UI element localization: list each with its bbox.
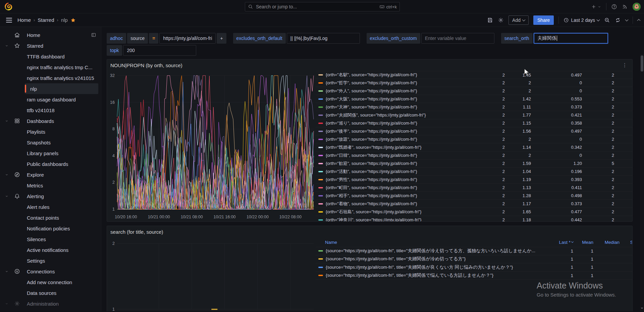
search-input[interactable] <box>256 4 379 9</box>
sidebar-item-label: Add new connection <box>27 279 72 285</box>
sidebar-item[interactable]: Metrics <box>0 180 101 191</box>
sidebar-item[interactable]: Alerting <box>0 191 101 202</box>
series-stat-2: 1.14 <box>505 145 531 150</box>
timeseries-chart[interactable]: 3216842110/20 16:0010/21 00:0010/21 08:0… <box>107 71 316 221</box>
user-avatar[interactable] <box>633 3 641 11</box>
legend-row[interactable]: {orth="活動", source="https://jmty.jp/all/… <box>316 168 632 176</box>
global-search[interactable]: ctrl+k <box>245 2 400 11</box>
dashboard-settings-icon[interactable] <box>498 17 504 23</box>
column-header-stddev[interactable]: StdDev <box>620 240 632 245</box>
legend-row[interactable]: {orth="夫婦関係", source="https://jmty.jp/al… <box>316 111 632 119</box>
panel-title[interactable]: search (for title, source) <box>110 229 163 235</box>
chevron-down-icon <box>5 119 9 123</box>
sidebar-item[interactable]: Active notifications <box>0 244 101 255</box>
sidebar-item[interactable]: nginx traffic analytics tmp C... <box>0 62 101 73</box>
scrollbar-thumb[interactable] <box>641 55 643 72</box>
legend-row[interactable]: {orth="歓迎", source="https://jmty.jp/all/… <box>316 160 632 168</box>
sidebar-item[interactable]: Public dashboards <box>0 159 101 169</box>
sidebar-item[interactable]: Explore <box>0 169 101 180</box>
help-icon[interactable] <box>611 4 617 10</box>
legend-row[interactable]: {orth="哲学", source="https://jmty.jp/all/… <box>316 79 632 87</box>
column-header-last[interactable]: Last * <box>550 240 573 245</box>
adhoc-filter-key[interactable]: source <box>127 33 148 44</box>
excludes-orth-default-input[interactable]: || ||%|.|by|Fav|Log <box>287 33 360 44</box>
sidebar-item[interactable]: Playlists <box>0 126 101 137</box>
legend-row[interactable]: {orth="大阪", source="https://jmty.jp/all/… <box>316 95 632 103</box>
refresh-interval-chevron-icon[interactable] <box>625 18 629 21</box>
share-button[interactable]: Share <box>533 15 554 25</box>
sidebar-item-label: TTFB dashboard <box>27 54 65 59</box>
main-scrollbar[interactable] <box>640 54 644 311</box>
series-color-swatch <box>318 98 323 100</box>
favorite-star-icon[interactable] <box>70 17 76 23</box>
zoom-out-icon[interactable] <box>604 17 610 23</box>
legend-row[interactable]: {orth="天神", source="https://jmty.jp/all/… <box>316 103 632 111</box>
column-header-median[interactable]: Median <box>593 240 620 245</box>
scroll-down-icon[interactable] <box>640 306 644 310</box>
legend-row[interactable]: {orth="石垣島", source="https://jmty.jp/all… <box>316 208 632 216</box>
panel-menu-icon[interactable]: ⋮ <box>621 62 629 68</box>
grafana-logo-icon[interactable] <box>4 2 13 11</box>
sidebar-item[interactable]: Data sources <box>0 287 101 298</box>
legend-row[interactable]: {orth="後半", source="https://jmty.jp/all/… <box>316 127 632 135</box>
sidebar-item[interactable]: Connections <box>0 266 101 277</box>
legend-row[interactable]: {orth="巡り", source="https://jmty.jp/all/… <box>316 119 632 127</box>
news-rss-icon[interactable] <box>622 4 628 10</box>
legend-row[interactable]: {orth="男性", source="https://jmty.jp/all/… <box>316 176 632 184</box>
sidebar-item[interactable]: Administration <box>0 298 101 309</box>
column-header-name[interactable]: Name <box>316 240 550 245</box>
table-row[interactable]: {source="https://jmty.jp/all/com-fri", t… <box>316 255 632 264</box>
breadcrumb-home[interactable]: Home <box>17 17 31 23</box>
adhoc-filter-operator[interactable]: = <box>149 33 158 44</box>
legend-row[interactable]: {orth="日韓", source="https://jmty.jp/all/… <box>316 151 632 160</box>
legend-row[interactable]: {orth="相手", source="https://jmty.jp/all/… <box>316 192 632 200</box>
svg-text:1: 1 <box>112 307 115 311</box>
adhoc-filter-value[interactable]: https://jmty.jp/all/com-fri <box>159 33 216 44</box>
sidebar-item[interactable]: Alert rules <box>0 202 101 212</box>
series-stat-1: 2 <box>485 88 505 93</box>
sidebar-item[interactable]: ttfb v241018 <box>0 105 101 116</box>
legend-row[interactable]: {orth="着物", source="https://jmty.jp/all/… <box>316 200 632 208</box>
sidebar-item[interactable]: ram usage dashboard <box>0 94 101 105</box>
table-row[interactable]: {source="https://jmty.jp/all/com-fri", t… <box>316 263 632 272</box>
menu-toggle-icon[interactable] <box>6 18 12 23</box>
collapse-toolbar-icon[interactable] <box>637 19 641 23</box>
timeseries-chart[interactable]: 21 <box>107 237 316 311</box>
sidebar-item[interactable]: TTFB dashboard <box>0 51 101 62</box>
table-row[interactable]: {source="https://jmty.jp/all/com-fri", t… <box>316 247 632 255</box>
sidebar-item[interactable]: Starred <box>0 40 101 51</box>
legend-row[interactable]: {orth="町田", source="https://jmty.jp/all/… <box>316 184 632 192</box>
series-label: {orth="神奈川", source="https://jmty.jp/all… <box>326 217 485 222</box>
legend-row[interactable]: {orth="神奈川", source="https://jmty.jp/all… <box>316 216 632 221</box>
add-filter-button[interactable]: + <box>217 33 226 44</box>
sidebar-item[interactable]: nlp <box>25 83 98 94</box>
sidebar-item[interactable]: Silences <box>0 234 101 244</box>
text-caret <box>557 36 557 41</box>
topk-input[interactable]: 200 <box>123 45 196 56</box>
sidebar-item[interactable]: Snapshots <box>0 137 101 148</box>
table-row[interactable]: {source="https://jmty.jp/all/com-fri", t… <box>316 272 632 280</box>
excludes-orth-custom-input[interactable]: Enter variable value <box>421 33 494 44</box>
breadcrumb-starred[interactable]: Starred <box>38 17 54 23</box>
column-header-mean[interactable]: Mean <box>573 240 593 245</box>
sidebar-item[interactable]: Home <box>0 30 101 40</box>
series-stat-4: 2 <box>582 169 614 174</box>
legend-row[interactable]: {orth="既婚者", source="https://jmty.jp/all… <box>316 143 632 151</box>
legend-row[interactable]: {orth="放題", source="https://jmty.jp/all/… <box>316 135 632 143</box>
sidebar-item[interactable]: Dashboards <box>0 116 101 126</box>
sidebar-item[interactable]: Contact points <box>0 212 101 223</box>
sidebar-item[interactable]: Library panels <box>0 148 101 159</box>
panel-title[interactable]: NOUN|PROPN (by orth, source) <box>110 62 182 68</box>
sidebar-item[interactable]: nginx traffic analytics v241015 <box>0 73 101 83</box>
new-button[interactable] <box>591 4 601 9</box>
refresh-icon[interactable] <box>615 17 621 23</box>
sidebar-item[interactable]: Notification policies <box>0 223 101 234</box>
save-dashboard-icon[interactable] <box>487 17 493 23</box>
time-range-picker[interactable]: Last 2 days <box>564 17 599 23</box>
sidebar-item[interactable]: Add new connection <box>0 277 101 287</box>
legend-row[interactable]: {orth="名駅", source="https://jmty.jp/all/… <box>316 71 632 79</box>
legend-row[interactable]: {orth="外人", source="https://jmty.jp/all/… <box>316 87 632 95</box>
search-orth-input[interactable]: 夫婦関係 <box>534 33 608 44</box>
sidebar-item[interactable]: Settings <box>0 255 101 266</box>
add-button[interactable]: Add <box>508 15 529 25</box>
